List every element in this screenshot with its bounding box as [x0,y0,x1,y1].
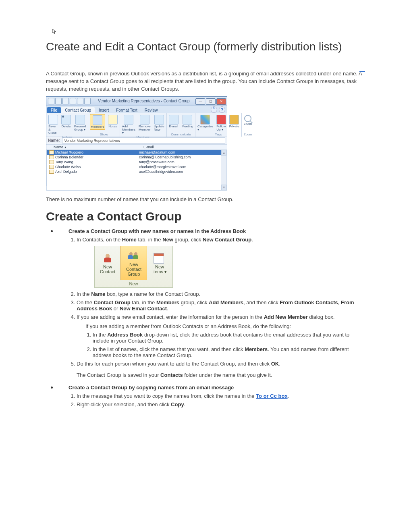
new-group-ribbon: New Contact New Contact Group New Items … [94,246,173,288]
group-label-tags: Tags [215,133,222,136]
table-row[interactable]: Corinna Bolendercorinna@lucernepublishin… [47,155,226,160]
update-now-button[interactable]: Update Now [154,114,165,135]
members-button[interactable]: Members [90,114,105,130]
step-1: In Contacts, on the Home tab, in the New… [77,237,365,288]
contact-card-icon [49,160,54,164]
group-label-new: New [95,280,172,287]
step-4-2: In the list of names, click the names th… [93,346,365,358]
ribbon-tabs: File Contact Group Insert Format Text Re… [46,106,227,113]
bullet-item: Create a Contact Group by copying names … [57,384,365,407]
qat-icon[interactable] [77,98,83,104]
b2-step-2: Right-click your selection, and then cli… [77,401,365,407]
remove-member-button[interactable]: Remove Member [138,114,151,135]
minimize-ribbon-icon[interactable]: ˄ [211,106,217,113]
col-name[interactable]: Name ▴ [46,145,142,150]
contact-card-icon [49,170,54,174]
scrollbar[interactable]: ▴ ▾ [221,150,226,190]
bullet-heading: Create a Contact Group with new names or… [68,228,365,234]
save-close-button[interactable]: Save & Close [48,114,58,135]
forward-group-button[interactable]: Forward Group ▾ [74,114,86,135]
contact-group-window: Vendor Marketing Representatives - Conta… [46,96,227,186]
step-4-1: In the Address Book drop-down list, clic… [93,332,365,344]
b2-step-1: In the message that you want to copy the… [77,393,365,399]
help-icon[interactable]: ? [219,106,225,113]
name-field[interactable]: Vendor Marketing Representatives [62,137,225,143]
window-title: Vendor Marketing Representatives - Conta… [92,99,195,103]
add-members-button[interactable]: Add Members ▾ [122,114,136,135]
table-row[interactable]: Tony Wangtony@proseware.com [47,160,226,164]
tab-review[interactable]: Review [141,107,162,113]
to-cc-box-link[interactable]: To or Cc box [256,393,287,399]
list-header: Name ▴ E-mail [46,145,227,150]
table-row[interactable]: Michael Ruggieromichael@adatum.com [47,150,226,155]
group-label-communicate: Communicate [171,133,191,136]
zoom-button[interactable]: Zoom [243,114,252,127]
qat-icon[interactable] [55,98,62,104]
contact-card-icon [49,150,54,154]
table-row[interactable]: Charlotte Weisscharlotte@margiestravel.c… [47,164,226,169]
collapse-dash[interactable]: — [359,68,365,74]
magnifier-icon [244,115,251,122]
qat-icon[interactable] [62,98,69,104]
email-button[interactable]: E-mail [168,114,179,129]
qat-icon[interactable] [84,98,91,104]
private-button[interactable]: Private [229,114,240,132]
member-list: Michael Ruggieromichael@adatum.comCorinn… [46,150,227,191]
cursor-icon [52,29,56,34]
bullet-heading: Create a Contact Group by copying names … [68,384,365,391]
scroll-up-button[interactable]: ▴ [221,150,226,156]
categorize-button[interactable]: Categorize ▾ [197,114,214,132]
tab-file[interactable]: File [47,107,61,113]
step-2: In the Name box, type a name for the Con… [77,291,365,297]
tab-format-text[interactable]: Format Text [112,107,141,113]
meeting-button[interactable]: Meeting [181,114,193,129]
scroll-down-button[interactable]: ▾ [221,185,226,190]
close-button[interactable]: ✕ [216,98,226,105]
contact-card-icon [49,165,54,169]
intro-paragraph: A Contact Group, known in previous Outlo… [46,70,365,93]
name-label: Name: [48,138,60,143]
quick-access-toolbar [46,98,92,104]
note-paragraph: There is no maximum number of names that… [46,196,365,202]
step-4-sub: If you are adding a member from Outlook … [85,323,365,329]
group-label-zoom: Zoom [244,133,252,136]
contact-card-icon [49,155,54,159]
step-4: If you are adding a new email contact, e… [77,314,365,358]
group-label-show: Show [100,133,108,136]
new-contact-group-button[interactable]: New Contact Group [120,246,147,280]
calendar-icon [154,253,164,264]
bullet-item: Create a Contact Group with new names or… [57,227,365,378]
qat-icon[interactable] [70,98,76,104]
section-heading: Create a Contact Group [46,210,365,223]
notes-button[interactable]: Notes [108,114,118,130]
delete-button[interactable]: ✖Delete [61,114,71,135]
follow-up-button[interactable]: Follow Up ▾ [216,114,226,132]
new-items-button[interactable]: New Items ▾ [147,246,172,280]
step-5: Do this for each person whom you want to… [77,361,365,367]
qat-icon[interactable] [48,98,54,104]
tab-contact-group[interactable]: Contact Group [61,107,95,113]
step-3: On the Contact Group tab, in the Members… [77,299,365,312]
page-title: Create and Edit a Contact Group (formerl… [46,40,365,53]
new-contact-button[interactable]: New Contact [95,246,121,280]
col-email[interactable]: E-mail [142,145,227,150]
minimize-button[interactable]: — [195,98,205,105]
step-5-sub: The Contact Group is saved in your Conta… [77,372,365,378]
maximize-button[interactable]: ▢ [206,98,216,105]
tab-insert[interactable]: Insert [95,107,112,113]
table-row[interactable]: Axel Delgadoaxel@southridgevideo.com [47,169,226,174]
